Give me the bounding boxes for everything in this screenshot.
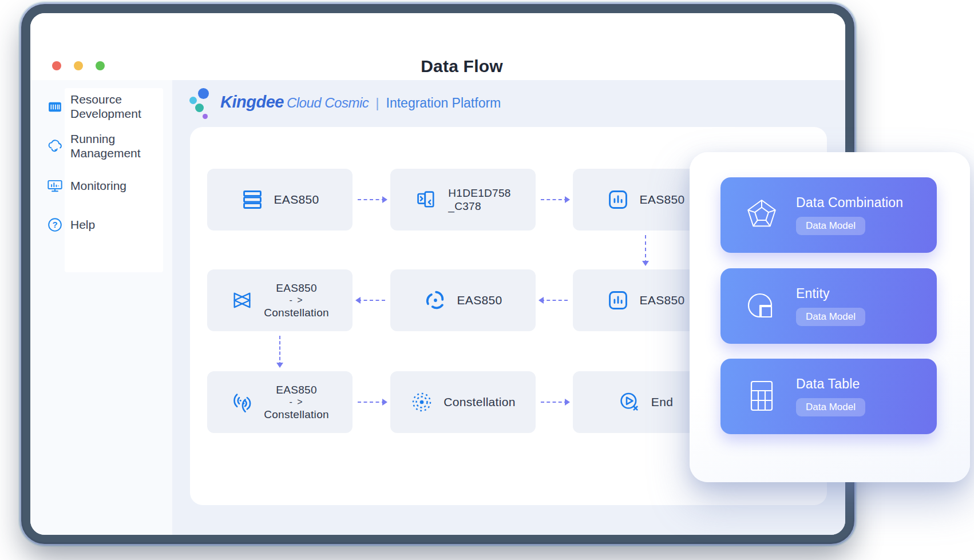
flow-node-label: EAS850 (640, 293, 685, 308)
flow-node[interactable]: EAS850- >Constellation (207, 371, 353, 433)
sidebar-item-help[interactable]: ?Help (46, 216, 168, 233)
flow-arrow-left (358, 300, 385, 301)
brand-text: Kingdee Cloud Cosmic | Integration Platf… (220, 93, 501, 115)
flow-node-label: End (651, 395, 673, 410)
flow-node[interactable]: H1DE1D758_C378 (390, 169, 536, 231)
rows-icon (241, 188, 264, 211)
window-title: Data Flow (421, 57, 502, 76)
card-badge: Data Model (796, 398, 865, 416)
flow-node[interactable]: EAS850 (207, 169, 353, 231)
flow-node-label-line: Constellation (444, 395, 515, 410)
card-title: Data Table (796, 376, 865, 392)
title-bar: Data Flow (30, 13, 845, 80)
sidebar-item-label: Monitoring (70, 179, 126, 193)
flow-node-label-line: EAS850 (640, 192, 685, 207)
sidebar-item-monitoring[interactable]: Monitoring (46, 177, 168, 194)
logo-dot-purple (203, 114, 208, 119)
chart-icon (607, 289, 629, 312)
spiral-icon (424, 289, 447, 312)
sidebar-item-running-management[interactable]: Running Management (46, 132, 168, 160)
signal-icon (231, 391, 254, 414)
flow-arrow-down (645, 235, 646, 264)
sidebar-menu: Resource DevelopmentRunning ManagementMo… (46, 93, 168, 233)
entity-icon (743, 288, 780, 324)
pages-icon (415, 188, 438, 211)
brand-name: Kingdee (220, 93, 284, 112)
flow-node-label: EAS850- >Constellation (264, 383, 329, 421)
flow-node-label-line: EAS850 (276, 281, 317, 295)
monitor-icon (46, 177, 64, 194)
card-entity[interactable]: EntityData Model (720, 268, 937, 344)
brand-product: Cloud Cosmic (287, 95, 369, 111)
sidebar-item-resource-development[interactable]: Resource Development (46, 93, 168, 121)
flow-node-label-line: EAS850 (276, 383, 317, 396)
card-title: Data Combination (796, 195, 903, 211)
flow-node[interactable]: Constellation (390, 371, 536, 433)
flow-node-label-line: Constellation (264, 306, 329, 319)
flow-node-label: EAS850 (274, 192, 319, 207)
flow-node-label-line: EAS850 (274, 192, 319, 207)
flow-arrow-down (279, 336, 280, 366)
flow-node-label-line: - > (289, 295, 303, 306)
close-button[interactable] (52, 61, 61, 70)
flow-node[interactable]: EAS850 (390, 269, 536, 331)
chart-icon (607, 188, 629, 211)
flow-node-label: EAS850 (457, 293, 502, 308)
brand-platform: Integration Platform (386, 96, 501, 111)
kingdee-logo-icon (189, 86, 215, 121)
flow-node-label-line: _C378 (448, 200, 481, 213)
traffic-lights (52, 61, 105, 70)
card-title: Entity (796, 286, 865, 301)
brand-separator: | (375, 95, 379, 111)
brand-logo: Kingdee Cloud Cosmic | Integration Platf… (189, 86, 501, 121)
card-badge: Data Model (796, 217, 865, 235)
card-text: EntityData Model (796, 286, 865, 326)
flow-arrow-right (541, 402, 568, 403)
svg-text:?: ? (52, 220, 57, 230)
flow-arrow-left (541, 300, 568, 301)
pentagon-icon (743, 197, 780, 233)
flow-arrow-right (541, 199, 568, 200)
minimize-button[interactable] (74, 61, 83, 70)
screen: Data Flow Resource DevelopmentRunning Ma… (0, 0, 974, 560)
card-data-table[interactable]: Data TableData Model (720, 359, 937, 434)
table-icon (743, 378, 780, 415)
flow-arrow-right (358, 199, 385, 200)
card-text: Data CombinationData Model (796, 195, 903, 235)
flow-node-label-line: - > (289, 396, 303, 408)
sidebar-item-label: Running Management (70, 132, 146, 160)
card-data-combination[interactable]: Data CombinationData Model (720, 177, 937, 253)
dots-circle-icon (410, 391, 433, 414)
sidebar-item-label: Resource Development (70, 93, 146, 121)
flow-arrow-right (358, 402, 385, 403)
logo-dot-cyan (189, 97, 197, 104)
flow-node-label-line: EAS850 (640, 293, 685, 308)
zoom-button[interactable] (96, 61, 105, 70)
help-icon: ? (46, 216, 64, 233)
card-badge: Data Model (796, 308, 865, 326)
cloud-sync-icon (46, 138, 64, 155)
resource-icon (46, 98, 64, 116)
bowtie-icon (231, 289, 254, 312)
flow-node-label-line: Constellation (264, 408, 329, 421)
sidebar: Resource DevelopmentRunning ManagementMo… (30, 80, 172, 535)
end-icon (618, 391, 641, 414)
flow-node-label: H1DE1D758_C378 (448, 186, 510, 213)
sidebar-item-label: Help (70, 218, 95, 232)
logo-dot-blue (198, 88, 209, 99)
flow-node-label: EAS850 (640, 192, 685, 207)
flow-node-label-line: H1DE1D758 (448, 186, 510, 200)
logo-dot-teal (195, 104, 204, 112)
flow-node-label-line: End (651, 395, 673, 410)
flow-node-label: EAS850- >Constellation (264, 281, 329, 319)
card-text: Data TableData Model (796, 376, 865, 416)
flow-node-label-line: EAS850 (457, 293, 502, 308)
flow-node-label: Constellation (444, 395, 515, 410)
data-model-panel: Data CombinationData ModelEntityData Mod… (690, 152, 970, 482)
flow-node[interactable]: EAS850- >Constellation (207, 269, 353, 331)
